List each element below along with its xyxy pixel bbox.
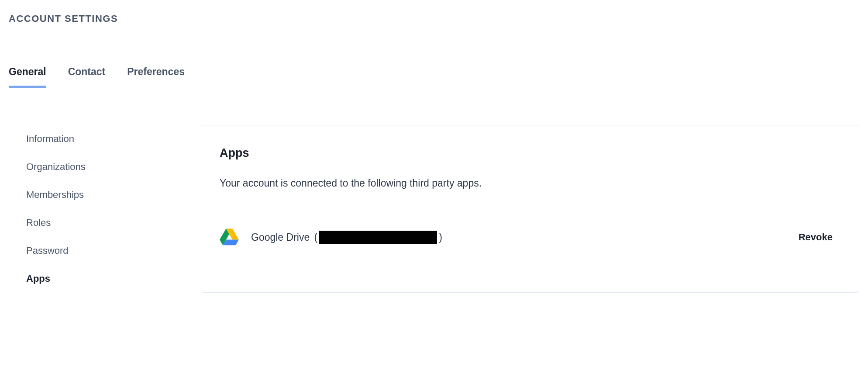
sidebar-item-roles[interactable]: Roles: [26, 209, 183, 237]
close-paren: ): [439, 232, 442, 243]
sidebar-item-organizations[interactable]: Organizations: [26, 153, 183, 181]
panel-description: Your account is connected to the followi…: [220, 177, 840, 189]
tabs: General Contact Preferences: [9, 66, 859, 88]
tab-general[interactable]: General: [9, 66, 46, 88]
tab-preferences[interactable]: Preferences: [127, 66, 185, 88]
apps-panel: Apps Your account is connected to the fo…: [201, 125, 859, 293]
revoke-button[interactable]: Revoke: [799, 232, 840, 243]
content-wrapper: Information Organizations Memberships Ro…: [9, 125, 859, 293]
page-title: ACCOUNT SETTINGS: [9, 13, 859, 24]
sidebar-item-apps[interactable]: Apps: [26, 265, 183, 293]
app-account-redacted: [319, 231, 437, 244]
app-name: Google Drive: [251, 232, 310, 243]
sidebar-item-password[interactable]: Password: [26, 237, 183, 265]
google-drive-icon: [220, 229, 239, 246]
sidebar-item-information[interactable]: Information: [26, 125, 183, 153]
open-paren: (: [311, 232, 317, 243]
sidebar: Information Organizations Memberships Ro…: [26, 125, 183, 293]
app-name-group: Google Drive ( ): [251, 231, 442, 244]
app-row: Google Drive ( ) Revoke: [220, 229, 840, 246]
tab-contact[interactable]: Contact: [68, 66, 106, 88]
sidebar-item-memberships[interactable]: Memberships: [26, 181, 183, 209]
panel-title: Apps: [220, 146, 840, 160]
